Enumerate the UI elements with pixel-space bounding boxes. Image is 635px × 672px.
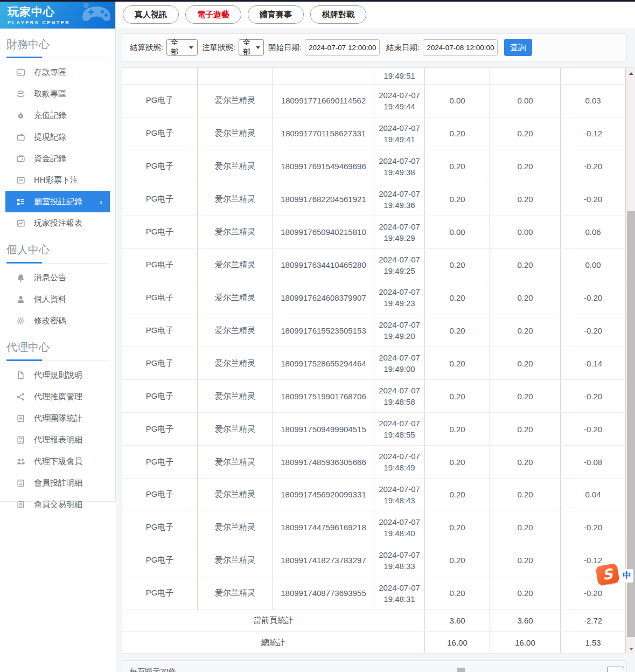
table-cell: PG电子 bbox=[122, 413, 198, 446]
table-cell: 0.20 bbox=[425, 413, 490, 446]
tab-category[interactable]: 棋牌對戰 bbox=[310, 5, 366, 24]
table-row: PG电子爱尔兰精灵18099174182737832972024-07-0719… bbox=[122, 544, 626, 577]
tab-active[interactable]: 電子遊藝 bbox=[185, 5, 241, 24]
pagination-marker bbox=[457, 668, 465, 672]
chevron-right-icon: › bbox=[100, 197, 102, 206]
list-doc-icon bbox=[16, 479, 25, 488]
table-cell: PG电子 bbox=[122, 479, 198, 511]
table-cell: 1809917485936305666 bbox=[273, 446, 374, 479]
sidebar-item[interactable]: 代理團隊統計 bbox=[5, 407, 110, 429]
table-cell bbox=[198, 68, 273, 84]
sidebar-item[interactable]: 存款專區 bbox=[5, 61, 110, 83]
table-row: PG电子爱尔兰精灵18099176822045619212024-07-0719… bbox=[122, 183, 626, 216]
table-cell: 2024-07-0719:49:20 bbox=[374, 314, 425, 347]
table-cell: 0.20 bbox=[490, 413, 561, 446]
table-row: PG电子爱尔兰精灵18099176246083799072024-07-0719… bbox=[122, 281, 626, 314]
table-cell: 2024-07-0719:49:23 bbox=[374, 281, 425, 314]
sidebar-item[interactable]: 資金記錄 bbox=[5, 148, 110, 169]
chart-icon bbox=[16, 219, 25, 228]
sidebar-lower-area bbox=[0, 502, 116, 672]
sidebar-item[interactable]: 代理下級會員 bbox=[5, 451, 110, 472]
table-cell: 0.20 bbox=[425, 117, 490, 150]
sidebar-item-label: 廳室投註記錄 bbox=[34, 197, 82, 207]
sidebar-item[interactable]: 代理推廣管理 bbox=[5, 386, 110, 407]
table-cell: 0.20 bbox=[425, 380, 490, 413]
sidebar-item[interactable]: 個人資料 bbox=[5, 288, 110, 310]
table-cell: PG电子 bbox=[122, 248, 198, 281]
sidebar-item[interactable]: HH彩票下注 bbox=[5, 169, 110, 191]
settle-status-select[interactable]: 全部 bbox=[166, 39, 198, 56]
sidebar-item[interactable]: 會員投註明細 bbox=[5, 472, 110, 494]
table-cell: 爱尔兰精灵 bbox=[198, 216, 273, 248]
ime-indicator[interactable]: S 中 bbox=[597, 564, 634, 588]
sidebar: 玩家中心 PLAYERS CENTER 財務中心存款專區取款專區充值記錄提現記錄… bbox=[0, 0, 116, 502]
sidebar-item[interactable]: 取款專區 bbox=[5, 83, 110, 105]
list-doc-icon bbox=[16, 500, 25, 509]
scroll-down-arrow-icon[interactable] bbox=[626, 645, 635, 653]
purse-icon bbox=[16, 154, 25, 163]
list-icon bbox=[16, 176, 25, 185]
start-date-input[interactable] bbox=[305, 39, 380, 56]
hand-money-icon bbox=[16, 89, 25, 99]
table-cell: 2024-07-0719:49:44 bbox=[374, 84, 425, 117]
table-cell: 爱尔兰精灵 bbox=[198, 413, 273, 446]
table-cell: 0.06 bbox=[561, 216, 626, 248]
table-cell: 16.00 bbox=[490, 632, 561, 654]
table-cell: 1809917418273783297 bbox=[273, 544, 374, 577]
table-cell: PG电子 bbox=[122, 281, 198, 314]
bell-icon bbox=[16, 273, 25, 282]
table-cell: 1.53 bbox=[561, 632, 626, 654]
ime-chinese-mode-badge[interactable]: 中 bbox=[620, 569, 633, 583]
sidebar-item[interactable]: 代理規則說明 bbox=[5, 364, 110, 386]
sidebar-item[interactable]: 提現記錄 bbox=[5, 126, 110, 148]
table-cell: 爱尔兰精灵 bbox=[198, 84, 273, 117]
sidebar-item[interactable]: 消息公告 bbox=[5, 267, 110, 288]
end-date-label: 結束日期: bbox=[386, 43, 420, 53]
table-cell: PG电子 bbox=[122, 183, 198, 216]
table-cell: 0.20 bbox=[425, 511, 490, 544]
sidebar-item-label: 取款專區 bbox=[34, 89, 66, 99]
sidebar-item[interactable]: 玩家投注報表 bbox=[5, 212, 110, 234]
table-cell: 2024-07-0719:48:33 bbox=[374, 544, 425, 577]
sidebar-item[interactable]: 代理報表明細 bbox=[5, 429, 110, 451]
order-status-select[interactable]: 全部 bbox=[239, 39, 264, 56]
sidebar-item[interactable]: 廳室投註記錄› bbox=[5, 191, 110, 212]
section-underline bbox=[6, 262, 109, 264]
table-cell: 爱尔兰精灵 bbox=[198, 183, 273, 216]
table-cell: 0.20 bbox=[490, 314, 561, 347]
sidebar-item[interactable]: 修改密碼 bbox=[5, 310, 110, 331]
table-row: PG电子爱尔兰精灵18099177166901145622024-07-0719… bbox=[122, 84, 626, 117]
table-cell: 0.20 bbox=[490, 544, 561, 577]
table-cell: -0.20 bbox=[561, 183, 626, 216]
table-cell: 1809917519901768706 bbox=[273, 380, 374, 413]
table-cell: -0.20 bbox=[561, 413, 626, 446]
table-cell: PG电子 bbox=[122, 544, 198, 577]
tab-category[interactable]: 體育賽事 bbox=[248, 5, 304, 24]
table-cell: 3.60 bbox=[425, 609, 490, 632]
pagination-page-button[interactable] bbox=[607, 667, 624, 672]
sogou-logo-icon[interactable]: S bbox=[595, 563, 619, 586]
sidebar-item-label: HH彩票下注 bbox=[34, 175, 78, 185]
sidebar-item[interactable]: 會員交易明細 bbox=[5, 494, 110, 515]
sidebar-item-label: 消息公告 bbox=[34, 273, 66, 283]
table-cell: 2024-07-0719:48:31 bbox=[374, 577, 425, 609]
tab-category[interactable]: 真人視訊 bbox=[123, 5, 179, 24]
table-cell: -0.20 bbox=[561, 150, 626, 183]
room-list-icon bbox=[16, 197, 25, 206]
bet-records-table: 19:49:51PG电子爱尔兰精灵18099177166901145622024… bbox=[122, 68, 626, 654]
table-row: PG电子爱尔兰精灵18099175094999045152024-07-0719… bbox=[122, 413, 626, 446]
table-cell: PG电子 bbox=[122, 446, 198, 479]
table-cell: 1809917408773693955 bbox=[273, 577, 374, 609]
table-cell: 0.20 bbox=[425, 446, 490, 479]
end-date-input[interactable] bbox=[423, 39, 498, 56]
table-row: PG电子爱尔兰精灵18099176509402158102024-07-0719… bbox=[122, 216, 626, 248]
table-cell: 2024-07-0719:48:58 bbox=[374, 380, 425, 413]
table-cell: 爱尔兰精灵 bbox=[198, 314, 273, 347]
sidebar-item[interactable]: 充值記錄 bbox=[5, 105, 110, 126]
search-button[interactable]: 查詢 bbox=[504, 39, 532, 56]
table-cell: 爱尔兰精灵 bbox=[198, 544, 273, 577]
app-root: 玩家中心 PLAYERS CENTER 財務中心存款專區取款專區充值記錄提現記錄… bbox=[0, 0, 635, 672]
scroll-up-arrow-icon[interactable] bbox=[626, 69, 635, 78]
table-cell: 0.03 bbox=[561, 84, 626, 117]
table-cell: 1809917691549469696 bbox=[273, 150, 374, 183]
